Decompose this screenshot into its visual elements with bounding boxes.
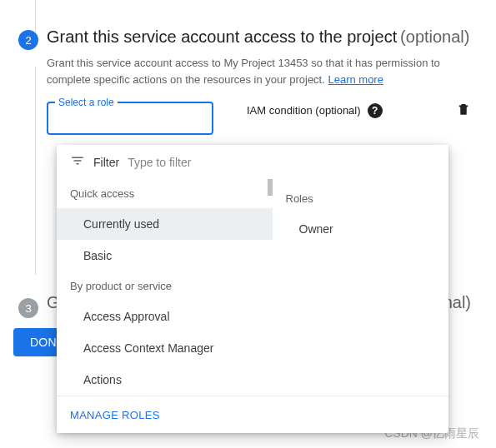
scrollbar-thumb[interactable] [268, 179, 273, 196]
roles-heading: Roles [273, 192, 449, 215]
delete-role-button[interactable] [456, 102, 471, 119]
filter-label: Filter [93, 156, 119, 169]
step-2-optional: (optional) [400, 27, 469, 46]
dropdown-left-column: Quick access Currently used Basic By pro… [57, 179, 273, 396]
category-actions[interactable]: Actions [57, 364, 273, 396]
dropdown-body: Quick access Currently used Basic By pro… [57, 179, 448, 396]
role-select-field[interactable]: Select a role [47, 102, 213, 135]
step-2-title: Grant this service account access to the… [47, 27, 397, 46]
iam-condition-column: IAM condition (optional) ? [247, 102, 496, 119]
step-2-badge: 2 [18, 30, 38, 50]
role-row: Select a role IAM condition (optional) ? [47, 102, 496, 135]
step-2-description: Grant this service account access to My … [47, 55, 496, 88]
filter-icon [70, 153, 85, 171]
category-access-context-manager[interactable]: Access Context Manager [57, 332, 273, 364]
filter-placeholder: Type to filter [128, 156, 191, 169]
help-icon[interactable]: ? [368, 103, 383, 118]
dropdown-filter-row[interactable]: Filter Type to filter [57, 145, 448, 179]
category-basic[interactable]: Basic [57, 240, 273, 271]
category-currently-used[interactable]: Currently used [57, 208, 273, 240]
step-3-badge: 3 [18, 298, 38, 318]
step-2: 2 Grant this service account access to t… [0, 25, 496, 135]
dropdown-right-column: Roles Owner [273, 179, 449, 396]
category-access-approval[interactable]: Access Approval [57, 301, 273, 332]
role-owner[interactable]: Owner [273, 215, 449, 243]
trash-icon [456, 102, 471, 117]
manage-roles-link[interactable]: MANAGE ROLES [70, 409, 160, 421]
quick-access-heading: Quick access [57, 179, 273, 208]
iam-condition-label: IAM condition (optional) [247, 104, 361, 117]
by-product-heading: By product or service [57, 271, 273, 301]
role-select-label: Select a role [55, 97, 118, 108]
dropdown-footer: MANAGE ROLES [57, 396, 448, 433]
learn-more-link[interactable]: Learn more [328, 73, 383, 86]
role-dropdown-panel: Filter Type to filter Quick access Curre… [57, 145, 448, 433]
